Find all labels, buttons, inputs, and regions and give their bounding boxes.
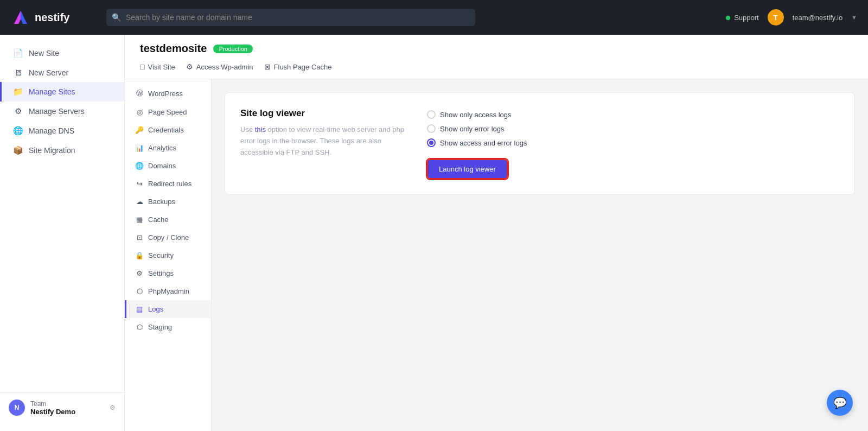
logo[interactable]: nestify xyxy=(11,8,98,27)
wpadmin-icon: ⚙ xyxy=(186,62,193,71)
sidebar-item-manage-servers[interactable]: ⚙ Manage Servers xyxy=(0,102,124,121)
nav-domains[interactable]: 🌐 Domains xyxy=(125,157,211,175)
sidebar-item-new-server[interactable]: 🖥 New Server xyxy=(0,63,124,82)
nav-analytics[interactable]: 📊 Analytics xyxy=(125,139,211,157)
log-viewer-title: Site log viewer xyxy=(240,108,414,119)
logo-text: nestify xyxy=(35,11,69,24)
site-title-row: testdemosite Production xyxy=(140,42,853,55)
nav-settings[interactable]: ⚙ Settings xyxy=(125,264,211,282)
site-migration-icon: 📦 xyxy=(12,145,23,155)
access-wpadmin-button[interactable]: ⚙ Access Wp-admin xyxy=(186,60,253,73)
inner-layout: Ⓦ WordPress ◎ Page Speed 🔑 Credentials 📊… xyxy=(125,79,868,431)
content-area: testdemosite Production □ Visit Site ⚙ A… xyxy=(125,35,868,431)
sidebar-item-site-migration[interactable]: 📦 Site Migration xyxy=(0,141,124,160)
nav-cache[interactable]: ▦ Cache xyxy=(125,211,211,229)
nav-wordpress[interactable]: Ⓦ WordPress xyxy=(125,84,211,103)
manage-servers-icon: ⚙ xyxy=(12,106,23,116)
log-content-row: Site log viewer Use this option to view … xyxy=(240,108,839,179)
site-title: testdemosite xyxy=(140,42,207,55)
search-input[interactable] xyxy=(106,9,475,26)
sidebar-item-manage-sites[interactable]: 📁 Manage Sites xyxy=(0,82,124,102)
staging-icon: ⬡ xyxy=(135,323,144,331)
support-status-indicator xyxy=(726,16,730,20)
secondary-sidebar: Ⓦ WordPress ◎ Page Speed 🔑 Credentials 📊… xyxy=(125,79,212,431)
radio-error-only[interactable]: Show only error logs xyxy=(427,124,839,133)
nav-logs[interactable]: ▤ Logs xyxy=(125,300,211,318)
radio-access-only[interactable]: Show only access logs xyxy=(427,110,839,119)
cache-icon: ▦ xyxy=(135,216,144,224)
user-email[interactable]: team@nestify.io xyxy=(793,14,843,22)
sidebar-user-name: Nestify Demo xyxy=(30,408,75,416)
sidebar-user-avatar: N xyxy=(9,400,25,416)
nav-right: Support T team@nestify.io ▼ xyxy=(726,9,858,26)
user-avatar: T xyxy=(768,9,784,26)
launch-log-viewer-button[interactable]: Launch log viewer xyxy=(427,159,508,179)
flush-icon: ⊠ xyxy=(264,62,271,71)
log-text-area: Site log viewer Use this option to view … xyxy=(240,108,414,179)
log-viewer-card: Site log viewer Use this option to view … xyxy=(225,92,855,195)
search-bar: 🔍 xyxy=(106,9,475,26)
support-link[interactable]: Support xyxy=(726,14,759,22)
domains-icon: 🌐 xyxy=(135,162,144,170)
visit-site-icon: □ xyxy=(140,62,144,71)
credentials-icon: 🔑 xyxy=(135,126,144,134)
search-icon: 🔍 xyxy=(112,13,121,22)
new-server-icon: 🖥 xyxy=(12,68,23,77)
nav-backups[interactable]: ☁ Backups xyxy=(125,193,211,211)
nav-staging[interactable]: ⬡ Staging xyxy=(125,318,211,336)
security-icon: 🔒 xyxy=(135,251,144,259)
user-menu-chevron[interactable]: ▼ xyxy=(851,14,857,21)
redirect-rules-icon: ↪ xyxy=(135,180,144,188)
visit-site-button[interactable]: □ Visit Site xyxy=(140,60,175,73)
top-navigation: nestify 🔍 Support T team@nestify.io ▼ xyxy=(0,0,868,35)
flush-page-cache-button[interactable]: ⊠ Flush Page Cache xyxy=(264,60,332,73)
copy-clone-icon: ⊡ xyxy=(135,233,144,242)
settings-icon: ⚙ xyxy=(135,269,144,277)
nav-phpmyadmin[interactable]: ⬡ PhpMyadmin xyxy=(125,282,211,300)
site-header: testdemosite Production □ Visit Site ⚙ A… xyxy=(125,35,868,79)
sidebar-nav: 📄 New Site 🖥 New Server 📁 Manage Sites ⚙… xyxy=(0,43,124,392)
page-speed-icon: ◎ xyxy=(135,108,144,116)
sidebar-user-info: Team Nestify Demo xyxy=(30,400,75,416)
phpmyadmin-icon: ⬡ xyxy=(135,287,144,295)
sidebar-item-new-site[interactable]: 📄 New Site xyxy=(0,43,124,63)
backups-icon: ☁ xyxy=(135,198,144,206)
log-options: Show only access logs Show only error lo… xyxy=(427,108,839,179)
nav-redirect-rules[interactable]: ↪ Redirect rules xyxy=(125,175,211,193)
log-viewer-description: Use this option to view real-time web se… xyxy=(240,124,414,158)
nestify-logo-icon xyxy=(11,8,30,27)
nav-security[interactable]: 🔒 Security xyxy=(125,246,211,264)
nav-credentials[interactable]: 🔑 Credentials xyxy=(125,121,211,139)
manage-sites-icon: 📁 xyxy=(12,87,23,97)
radio-access-only-circle xyxy=(427,110,436,119)
logs-icon: ▤ xyxy=(135,305,144,313)
site-actions: □ Visit Site ⚙ Access Wp-admin ⊠ Flush P… xyxy=(140,60,853,79)
sidebar-team-label: Team xyxy=(30,400,75,408)
analytics-icon: 📊 xyxy=(135,144,144,152)
sidebar: 📄 New Site 🖥 New Server 📁 Manage Sites ⚙… xyxy=(0,35,125,431)
wordpress-icon: Ⓦ xyxy=(135,88,144,98)
sidebar-bottom: N Team Nestify Demo ⚙ xyxy=(0,392,124,422)
manage-dns-icon: 🌐 xyxy=(12,126,23,136)
radio-access-error-circle xyxy=(427,138,436,147)
nav-copy-clone[interactable]: ⊡ Copy / Clone xyxy=(125,229,211,246)
chat-bubble-button[interactable]: 💬 xyxy=(827,390,853,416)
this-link[interactable]: this xyxy=(255,125,266,134)
new-site-icon: 📄 xyxy=(12,48,23,58)
sidebar-user-caret[interactable]: ⚙ xyxy=(110,404,116,411)
nav-page-speed[interactable]: ◎ Page Speed xyxy=(125,103,211,121)
sidebar-item-manage-dns[interactable]: 🌐 Manage DNS xyxy=(0,121,124,141)
radio-error-only-circle xyxy=(427,124,436,133)
radio-access-error[interactable]: Show access and error logs xyxy=(427,138,839,147)
production-badge: Production xyxy=(213,45,253,53)
main-content: Site log viewer Use this option to view … xyxy=(212,79,868,431)
main-layout: 📄 New Site 🖥 New Server 📁 Manage Sites ⚙… xyxy=(0,35,868,431)
